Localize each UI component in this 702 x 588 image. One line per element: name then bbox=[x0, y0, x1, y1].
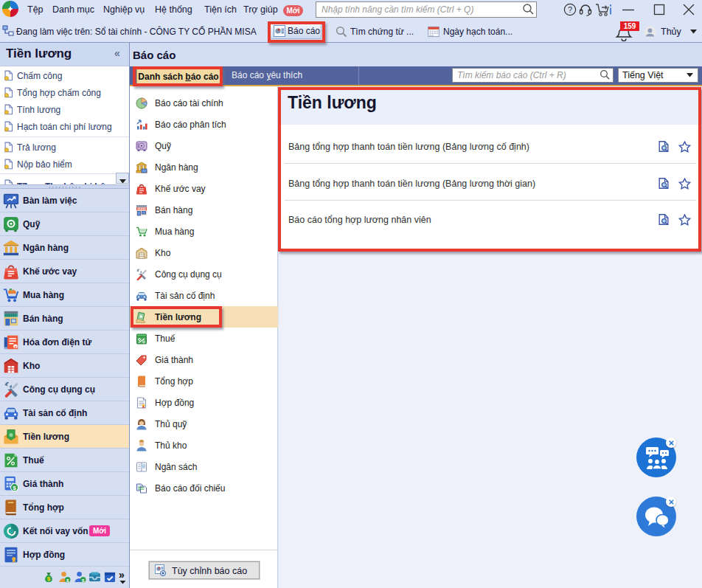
svg-text:$: $ bbox=[66, 578, 69, 583]
svg-text:?: ? bbox=[568, 5, 572, 14]
svg-text:$: $ bbox=[47, 575, 51, 582]
svg-text:$: $ bbox=[82, 578, 85, 583]
